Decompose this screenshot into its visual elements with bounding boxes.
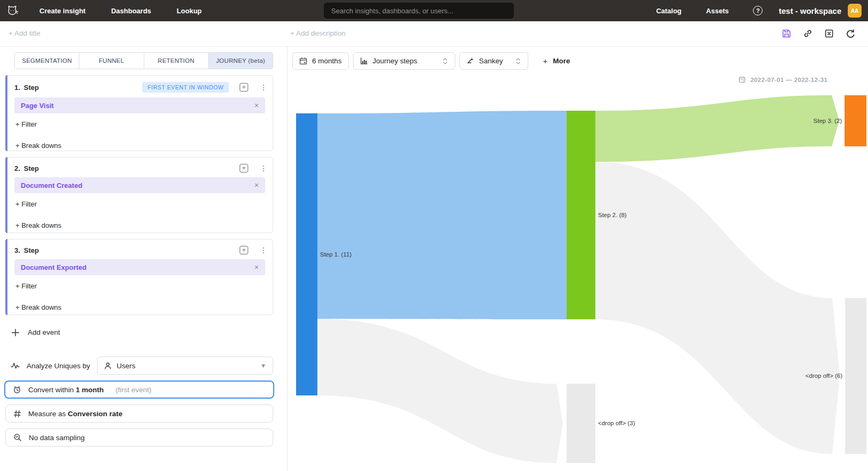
sankey-label-dropoff3: <drop off> (3) [598, 420, 635, 426]
chart-toolbar: 6 months Journey steps Sankey [292, 52, 577, 70]
user-icon [104, 362, 112, 370]
remove-event-icon[interactable]: × [255, 181, 259, 189]
sankey-label-step2: Step 2. (8) [598, 212, 627, 218]
nav-catalog[interactable]: Catalog [656, 7, 682, 15]
chart-type-select[interactable]: Sankey [460, 52, 528, 70]
step-card-2: 2. Step + ⋮ Document Created × + Filter … [5, 157, 273, 233]
measure-prefix: Measure as [28, 410, 66, 418]
add-breakdowns-button[interactable]: + Break downs [15, 142, 61, 150]
step-number: 2. [14, 164, 20, 172]
search-input[interactable] [324, 3, 514, 19]
calendar-icon [299, 57, 307, 65]
event-pill: Document Exported × [14, 259, 265, 275]
measure-value: Conversion rate [68, 410, 122, 418]
logo-cat-icon[interactable] [5, 4, 19, 18]
add-step-icon[interactable]: + [240, 83, 248, 92]
add-filter-button[interactable]: + Filter [15, 282, 37, 290]
tab-journey[interactable]: JOURNEY (beta) [209, 53, 273, 69]
zoom-out-icon [13, 433, 22, 442]
event-pill: Page Visit × [14, 97, 265, 113]
analyze-by-value: Users [117, 362, 260, 370]
add-filter-button[interactable]: + Filter [15, 200, 37, 208]
hash-icon [13, 410, 21, 418]
nav-create-insight[interactable]: Create insight [39, 7, 86, 15]
insight-type-tabs: SEGMENTATION FUNNEL RETENTION JOURNEY (b… [14, 52, 273, 69]
convert-within-text: Convert within 1 month [28, 386, 104, 394]
add-step-icon[interactable]: + [240, 246, 248, 254]
data-sampling-control[interactable]: No data sampling [5, 428, 273, 447]
copy-link-icon[interactable] [802, 28, 814, 39]
refresh-icon[interactable] [845, 28, 856, 39]
tab-retention[interactable]: RETENTION [144, 53, 209, 69]
insight-header-row: + Add title + Add description [0, 21, 868, 47]
chart-panel: 6 months Journey steps Sankey [288, 47, 868, 471]
step-number: 3. [14, 246, 20, 254]
date-range-button[interactable]: 6 months [292, 52, 349, 70]
view-type-select[interactable]: Journey steps [353, 52, 455, 70]
more-options-button[interactable]: + More [537, 52, 577, 70]
remove-event-icon[interactable]: × [255, 263, 259, 271]
workspace-name[interactable]: test - workspace [779, 6, 841, 15]
event-name[interactable]: Document Exported [21, 263, 255, 271]
sankey-link-step1-step2[interactable] [317, 111, 567, 319]
nav-dashboards[interactable]: Dashboards [111, 7, 151, 15]
event-pill: Document Created × [14, 177, 265, 193]
add-title-button[interactable]: + Add title [9, 29, 40, 37]
add-step-icon[interactable]: + [240, 164, 248, 172]
sankey-label-dropoff6: <drop off> (6) [806, 373, 843, 379]
add-breakdowns-button[interactable]: + Break downs [15, 221, 61, 229]
first-event-badge: FIRST EVENT IN WINDOW [142, 82, 229, 93]
convert-value: 1 month [76, 386, 104, 394]
sankey-link-step2-step3[interactable] [595, 95, 839, 162]
add-breakdowns-button[interactable]: + Break downs [15, 303, 61, 311]
event-name[interactable]: Document Created [21, 181, 255, 189]
help-icon[interactable]: ? [753, 6, 763, 15]
sankey-node-step1[interactable] [296, 113, 317, 395]
sankey-icon [466, 57, 474, 65]
step-card-1: 1. Step FIRST EVENT IN WINDOW + ⋮ Page V… [5, 75, 273, 151]
plus-icon: + [543, 56, 548, 65]
add-event-button[interactable]: Add event [12, 328, 60, 336]
more-label: More [553, 57, 570, 65]
nav-assets[interactable]: Assets [706, 7, 729, 15]
step-title: Step [24, 164, 39, 172]
measure-as-text: Measure as Conversion rate [28, 410, 122, 418]
step-menu-icon[interactable]: ⋮ [260, 164, 265, 172]
event-name[interactable]: Page Visit [21, 102, 255, 110]
add-description-button[interactable]: + Add description [290, 29, 346, 37]
chevron-down-icon: ▼ [260, 362, 266, 369]
save-icon[interactable] [781, 28, 792, 39]
nav-lookup[interactable]: Lookup [177, 7, 202, 15]
bar-chart-icon [360, 57, 368, 65]
sankey-link-step1-dropoff[interactable] [317, 319, 563, 463]
sankey-node-step3[interactable] [845, 95, 866, 146]
tab-funnel[interactable]: FUNNEL [79, 53, 144, 69]
date-range-value: 6 months [312, 57, 342, 65]
measure-as-control[interactable]: Measure as Conversion rate [5, 404, 273, 423]
add-event-label: Add event [28, 328, 60, 336]
convert-hint: (first event) [116, 386, 152, 394]
clear-canvas-icon[interactable] [823, 28, 835, 39]
unfold-icon [442, 57, 448, 65]
activity-icon [11, 362, 20, 369]
sankey-node-dropoff3[interactable] [567, 384, 595, 463]
step-menu-icon[interactable]: ⋮ [260, 246, 265, 254]
analyze-by-select[interactable]: Users ▼ [97, 357, 273, 375]
step-number: 1. [14, 84, 20, 92]
avatar[interactable]: AA [848, 4, 862, 18]
add-filter-button[interactable]: + Filter [15, 120, 37, 128]
convert-prefix: Convert within [28, 386, 74, 394]
remove-event-icon[interactable]: × [255, 101, 259, 110]
sankey-link-step2-dropoff[interactable] [595, 162, 840, 454]
sampling-label: No data sampling [29, 434, 85, 442]
sankey-label-step1: Step 1. (11) [320, 251, 351, 258]
convert-within-control[interactable]: Convert within 1 month (first event) [4, 381, 274, 399]
plus-icon [12, 329, 19, 336]
view-type-value: Journey steps [373, 57, 442, 65]
step-card-3: 3. Step + ⋮ Document Exported × + Filter… [5, 239, 273, 315]
step-menu-icon[interactable]: ⋮ [260, 83, 265, 92]
sankey-node-dropoff6[interactable] [845, 298, 866, 454]
sankey-node-step2[interactable] [567, 111, 595, 319]
tab-segmentation[interactable]: SEGMENTATION [15, 53, 79, 69]
analyze-uniques-label: Analyze Uniques by [27, 362, 90, 370]
